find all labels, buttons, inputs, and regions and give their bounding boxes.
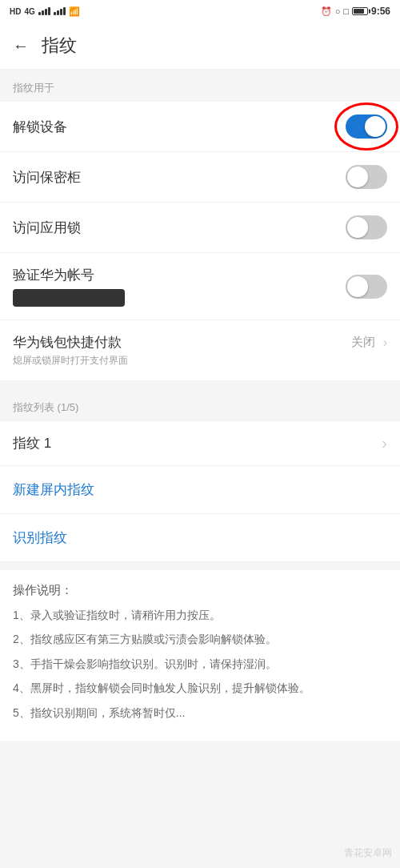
verify-huawei-label: 验证华为帐号 (13, 266, 346, 284)
instructions-title: 操作说明： (13, 583, 387, 598)
fingerprint-settings-group: 解锁设备 访问保密柜 访问应用锁 验证华为帐号 (0, 102, 400, 380)
page-header: ← 指纹 (0, 22, 400, 70)
access-safe-toggle-thumb (347, 167, 368, 187)
instruction-item-3: 3、手指干燥会影响指纹识别。识别时，请保持湿润。 (13, 655, 387, 673)
access-applock-toggle[interactable] (346, 215, 387, 239)
time-display: 9:56 (371, 6, 390, 17)
section-divider-1 (0, 381, 400, 389)
access-applock-label: 访问应用锁 (13, 219, 346, 237)
section-divider-2 (0, 562, 400, 570)
wallet-item-title: 华为钱包快捷付款 (13, 333, 122, 352)
redacted-text-bar (13, 289, 125, 307)
nfc-icon: ○ (335, 6, 341, 16)
new-fingerprint-label: 新建屏内指纹 (13, 482, 94, 497)
fingerprint-list-label: 指纹列表 (1/5) (0, 389, 400, 421)
unlock-device-toggle[interactable] (346, 115, 387, 139)
unlock-device-item: 解锁设备 (0, 102, 400, 152)
signal-bar2-4 (63, 7, 66, 15)
instruction-item-1: 1、录入或验证指纹时，请稍许用力按压。 (13, 606, 387, 624)
access-applock-toggle-thumb (347, 217, 368, 238)
wallet-item-content: 华为钱包快捷付款 关闭 › 熄屏或锁屏时打开支付界面 (13, 333, 387, 368)
identify-fingerprint-item[interactable]: 识别指纹 (0, 514, 400, 562)
signal-bars (38, 7, 50, 15)
battery-icon (352, 7, 368, 15)
status-bar: HD 4G 📶 ⏰ ○ □ 9:56 (0, 0, 400, 22)
fingerprint-1-label: 指纹 1 (13, 434, 51, 452)
hd-label: HD (10, 7, 21, 16)
new-fingerprint-item[interactable]: 新建屏内指纹 (0, 466, 400, 514)
access-safe-item: 访问保密柜 (0, 152, 400, 203)
page-title: 指纹 (42, 34, 77, 58)
status-bar-left: HD 4G 📶 (10, 6, 80, 17)
unlock-device-label: 解锁设备 (13, 118, 346, 136)
signal-bar2-3 (60, 9, 62, 15)
back-button[interactable]: ← (13, 37, 29, 55)
instruction-item-2: 2、指纹感应区有第三方贴膜或污渍会影响解锁体验。 (13, 630, 387, 648)
instruction-item-5: 5、指纹识别期间，系统将暂时仅... (13, 704, 387, 721)
access-safe-toggle[interactable] (346, 165, 387, 189)
wallet-close-text: 关闭 (351, 335, 375, 350)
fingerprint-1-item[interactable]: 指纹 1 › (0, 421, 400, 466)
alarm-icon: ⏰ (321, 6, 332, 17)
battery-fill (354, 9, 364, 14)
identify-fingerprint-label: 识别指纹 (13, 530, 67, 545)
signal-bar2-2 (57, 10, 59, 15)
wallet-item-top: 华为钱包快捷付款 关闭 › (13, 333, 387, 352)
signal-bar-2 (42, 10, 44, 15)
signal-bars-2 (54, 7, 66, 15)
network-label: 4G (24, 7, 34, 16)
wallet-chevron-icon: › (383, 336, 387, 350)
status-bar-right: ⏰ ○ □ 9:56 (321, 6, 390, 17)
access-applock-item: 访问应用锁 (0, 203, 400, 253)
unlock-device-toggle-thumb (365, 116, 386, 137)
watermark: 青花安卓网 (344, 846, 392, 860)
dnd-icon: □ (343, 6, 349, 16)
signal-bar-3 (45, 9, 47, 15)
instructions-section: 操作说明： 1、录入或验证指纹时，请稍许用力按压。 2、指纹感应区有第三方贴膜或… (0, 570, 400, 741)
instruction-item-4: 4、黑屏时，指纹解锁会同时触发人脸识别，提升解锁体验。 (13, 679, 387, 697)
wifi-icon: 📶 (69, 6, 80, 17)
fingerprint-used-for-label: 指纹用于 (0, 70, 400, 102)
verify-huawei-toggle[interactable] (346, 275, 387, 299)
wallet-item-right: 关闭 › (351, 335, 387, 350)
signal-bar2-1 (54, 12, 56, 15)
verify-huawei-toggle-thumb (347, 276, 368, 297)
fingerprint-1-chevron-icon: › (382, 434, 387, 452)
wallet-item-subtitle: 熄屏或锁屏时打开支付界面 (13, 354, 387, 368)
access-safe-label: 访问保密柜 (13, 168, 346, 187)
signal-bar-1 (38, 12, 41, 15)
huawei-wallet-item[interactable]: 华为钱包快捷付款 关闭 › 熄屏或锁屏时打开支付界面 (0, 320, 400, 380)
signal-bar-4 (48, 7, 50, 15)
unlock-toggle-wrapper (346, 115, 387, 139)
verify-huawei-item: 验证华为帐号 (0, 253, 400, 320)
